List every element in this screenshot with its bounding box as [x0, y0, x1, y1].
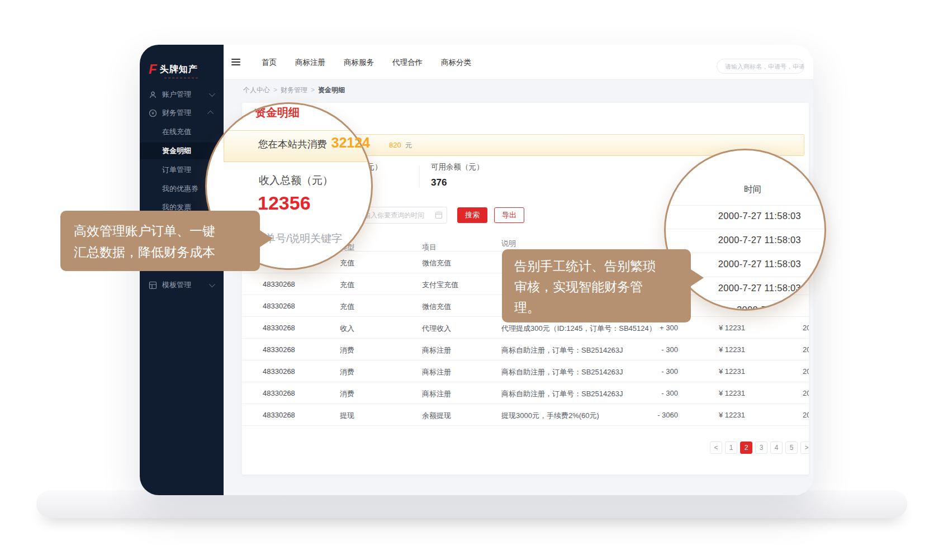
breadcrumb-item: 资金明细 — [318, 86, 345, 94]
calendar-icon[interactable] — [435, 212, 442, 219]
nav-item-services[interactable]: 商标服务 — [344, 58, 374, 68]
table-row: 48330268消费商标注册商标自助注册，订单号：SB2514263J- 300… — [242, 360, 809, 382]
banner-tail-text: 820 元 — [389, 135, 412, 155]
pagination-page-3[interactable]: 3 — [755, 442, 767, 454]
chevron-down-icon — [209, 91, 215, 97]
finance-icon: ¥ — [149, 109, 157, 117]
banner-tail-unit: 元 — [405, 141, 412, 149]
tooltip-text: 审核，实现智能财务管 — [514, 277, 691, 297]
lens-time-row: 2000-7-27 11:58:03 — [688, 283, 801, 293]
nav-list: 首页 商标注册 商标服务 代理合作 商标分类 — [262, 45, 471, 80]
tooltip-arrow — [258, 229, 273, 248]
trademark-search-input[interactable] — [717, 59, 804, 74]
tooltip-text: 理。 — [514, 297, 691, 318]
lens-stat-value: 12356 — [258, 192, 311, 214]
search-button[interactable]: 搜索 — [457, 207, 487, 223]
time-query-field — [358, 207, 447, 224]
pagination-prev[interactable]: < — [710, 442, 722, 454]
tooltip-arrow — [689, 268, 704, 287]
svg-text:¥: ¥ — [151, 111, 154, 116]
page: F 头牌知产 账户管理 ¥ 财务管理 在线充值 — [0, 0, 948, 560]
banner-tail-value: 820 — [389, 141, 401, 149]
tooltip-text: 高效管理账户订单、一键 — [74, 220, 260, 241]
table-row: 48330268消费商标注册商标自助注册，订单号：SB2514263J- 300… — [242, 339, 809, 360]
stat-value: 376 — [431, 177, 484, 188]
table-row: 48330268提现余额提现提现3000元，手续费2%(60元)- 3060¥ … — [242, 404, 809, 426]
tooltip-text: 汇总数据，降低财务成本 — [74, 241, 260, 263]
nav-item-agency[interactable]: 代理合作 — [392, 58, 423, 68]
lens-time-row: 2000-7-27 11:58:03 — [688, 211, 801, 221]
top-navbar: 首页 商标注册 商标服务 代理合作 商标分类 — [224, 45, 813, 80]
export-button[interactable]: 导出 — [494, 207, 524, 223]
tooltip-finance-benefit: 高效管理账户订单、一键 汇总数据，降低财务成本 — [60, 211, 260, 271]
sidebar-item-label: 账户管理 — [162, 89, 209, 99]
stat-balance: 可用余额（元） 376 — [431, 162, 484, 188]
lens-stat-label: 收入总额（元） — [259, 173, 333, 188]
pagination-page-2[interactable]: 2 — [740, 442, 752, 454]
breadcrumb: 个人中心>财务管理>资金明细 — [243, 86, 345, 95]
breadcrumb-item[interactable]: 财务管理 — [281, 86, 307, 94]
brand-logo[interactable]: F 头牌知产 — [149, 61, 198, 77]
nav-item-home[interactable]: 首页 — [262, 58, 277, 68]
brand-name: 头牌知产 — [160, 64, 198, 75]
lens-time-row: 2000-7-27 11:58:03 — [688, 259, 801, 269]
lens-time-header: 时间 — [744, 184, 761, 196]
nav-item-register[interactable]: 商标注册 — [295, 58, 325, 68]
user-icon — [149, 91, 157, 99]
pagination-next[interactable]: > — [800, 442, 809, 454]
lens-time-row: 2000-7-27 11:58:03 — [688, 235, 801, 245]
sidebar-item-label: 模板管理 — [162, 280, 209, 290]
sidebar-item-label: 财务管理 — [162, 108, 209, 118]
brand-caption — [164, 77, 199, 79]
pagination-page-4[interactable]: 4 — [770, 442, 783, 454]
pagination-page-1[interactable]: 1 — [725, 442, 737, 454]
tooltip-smart-finance: 告别手工统计、告别繁琐 审核，实现智能财务管 理。 — [502, 249, 691, 322]
stat-label: 可用余额（元） — [431, 162, 484, 172]
lens-banner-text: 您在本站共消费 32124 — [258, 135, 370, 151]
stat-divider — [419, 165, 420, 188]
sidebar-item-account[interactable]: 账户管理 — [140, 86, 224, 103]
template-icon — [149, 281, 157, 290]
banner-amount: 32124 — [331, 135, 371, 151]
table-row: 48330268消费商标注册商标自助注册，订单号：SB2514263J- 300… — [242, 382, 809, 404]
tooltip-text: 告别手工统计、告别繁琐 — [514, 256, 691, 277]
menu-icon[interactable] — [231, 59, 240, 65]
brand-logo-icon: F — [149, 61, 157, 77]
nav-item-classes[interactable]: 商标分类 — [441, 58, 471, 68]
banner-prefix: 您在本站共消费 — [258, 137, 327, 151]
sidebar-item-recharge[interactable]: 在线充值 — [140, 124, 224, 140]
sidebar-item-label: 在线充值 — [162, 127, 224, 137]
sidebar-item-template[interactable]: 模板管理 — [140, 277, 224, 293]
chevron-down-icon — [209, 281, 215, 287]
pagination-page-5[interactable]: 5 — [785, 442, 798, 454]
sidebar-item-finance[interactable]: ¥ 财务管理 — [140, 105, 224, 121]
col-header-project[interactable]: 项目∨ — [422, 239, 428, 247]
breadcrumb-item[interactable]: 个人中心 — [243, 86, 270, 94]
lens-tab-title: 资金明细 — [255, 105, 300, 120]
col-header-desc: 说明 — [501, 239, 516, 249]
